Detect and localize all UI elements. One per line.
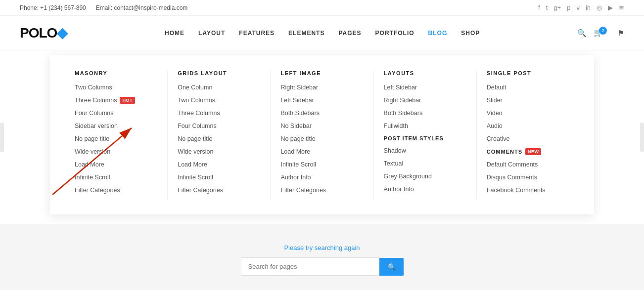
nav-features[interactable]: FEATURES bbox=[239, 30, 275, 37]
comments-default[interactable]: Default Comments bbox=[487, 161, 569, 168]
masonry-four-columns[interactable]: Four Columns bbox=[75, 110, 157, 117]
masonry-load-more[interactable]: Load More bbox=[75, 161, 157, 168]
logo[interactable]: POLO◆ bbox=[20, 25, 67, 41]
grids-two-columns[interactable]: Two Columns bbox=[178, 97, 260, 104]
youtube-icon[interactable]: ▶ bbox=[608, 4, 613, 11]
googleplus-icon[interactable]: g+ bbox=[553, 4, 561, 11]
hot-badge: HOT bbox=[120, 97, 135, 104]
single-creative[interactable]: Creative bbox=[487, 135, 569, 142]
layouts-textual[interactable]: Textual bbox=[384, 160, 466, 167]
grids-three-columns[interactable]: Three Columns bbox=[178, 110, 260, 117]
left-image-no-page-title[interactable]: No page title bbox=[280, 135, 363, 142]
masonry-filter-categories[interactable]: Filter Categories bbox=[75, 187, 157, 194]
masonry-two-columns[interactable]: Two Columns bbox=[75, 84, 157, 91]
new-badge: NEW bbox=[525, 148, 542, 155]
cart-badge: 2 bbox=[599, 27, 607, 35]
single-audio[interactable]: Audio bbox=[487, 123, 569, 129]
left-scrollbar bbox=[0, 123, 4, 152]
comments-disqus[interactable]: Disqus Comments bbox=[487, 174, 569, 181]
twitter-icon[interactable]: t bbox=[546, 4, 548, 11]
single-video[interactable]: Video bbox=[487, 110, 569, 117]
mega-col-single-post: SINGLE POST Default Slider Video Audio C… bbox=[477, 70, 579, 200]
mega-col-grids: GRIDS LAYOUT One Column Two Columns Thre… bbox=[168, 70, 271, 200]
nav-home[interactable]: HOME bbox=[165, 30, 184, 37]
email-label: Email: contact@inspiro-media.com bbox=[96, 4, 188, 11]
layouts-right-sidebar[interactable]: Right Sidebar bbox=[384, 97, 466, 104]
masonry-no-page-title[interactable]: No page title bbox=[75, 135, 157, 142]
topbar: Phone: +1 (234) 567-890 Email: contact@i… bbox=[0, 0, 644, 16]
layouts-both-sidebars[interactable]: Both Sidebars bbox=[384, 110, 466, 117]
layouts-grey-background[interactable]: Grey Background bbox=[384, 173, 466, 180]
single-post-header: SINGLE POST bbox=[487, 70, 569, 76]
rss-icon[interactable]: ≋ bbox=[619, 4, 624, 11]
mega-col-layouts: LAYOUTS Left Sidebar Right Sidebar Both … bbox=[374, 70, 477, 200]
layouts-left-sidebar[interactable]: Left Sidebar bbox=[384, 84, 466, 91]
search-icon[interactable]: 🔍 bbox=[577, 29, 587, 38]
mega-col-left-image: LEFT IMAGE Right Sidebar Left Sidebar Bo… bbox=[271, 70, 373, 200]
post-item-styles-subheader: POST ITEM STYLES bbox=[384, 135, 466, 141]
phone-label: Phone: +1 (234) 567-890 bbox=[20, 4, 86, 11]
mega-col-masonry: MASONRY Two Columns Three Columns HOT Fo… bbox=[65, 70, 168, 200]
mega-menu: MASONRY Two Columns Three Columns HOT Fo… bbox=[50, 55, 594, 214]
nav-portfolio[interactable]: PORTFOLIO bbox=[375, 30, 414, 37]
single-slider[interactable]: Slider bbox=[487, 97, 569, 104]
search-prompt: Please try searching again bbox=[0, 244, 644, 251]
social-icons: f t g+ p v in ◎ ▶ ≋ bbox=[538, 4, 624, 11]
grids-infinite-scroll[interactable]: Infinite Scroll bbox=[178, 174, 260, 181]
nav-elements[interactable]: ELEMENTS bbox=[288, 30, 324, 37]
cart-icon[interactable]: 🛒2 bbox=[594, 28, 611, 38]
nav-pages[interactable]: PAGES bbox=[338, 30, 361, 37]
right-scrollbar bbox=[640, 123, 644, 152]
left-image-author-info[interactable]: Author Info bbox=[280, 174, 363, 181]
grids-one-column[interactable]: One Column bbox=[178, 84, 260, 91]
grids-load-more[interactable]: Load More bbox=[178, 161, 260, 168]
left-image-both-sidebars[interactable]: Both Sidebars bbox=[280, 110, 363, 117]
left-image-no-sidebar[interactable]: No Sidebar bbox=[280, 123, 363, 129]
left-image-infinite-scroll[interactable]: Infinite Scroll bbox=[280, 161, 363, 168]
nav-blog[interactable]: BLOG bbox=[428, 30, 448, 37]
main-nav: HOME LAYOUT FEATURES ELEMENTS PAGES PORT… bbox=[165, 30, 480, 37]
header-icons: 🔍 🛒2 ⚑ bbox=[577, 28, 624, 38]
wishlist-icon[interactable]: ⚑ bbox=[618, 29, 624, 38]
linkedin-icon[interactable]: in bbox=[586, 4, 591, 11]
search-bar: 🔍 bbox=[0, 257, 644, 276]
grids-wide-version[interactable]: Wide version bbox=[178, 148, 260, 155]
layouts-author-info[interactable]: Author Info bbox=[384, 186, 466, 193]
grids-no-page-title[interactable]: No page title bbox=[178, 135, 260, 142]
left-image-filter-categories[interactable]: Filter Categories bbox=[280, 187, 363, 194]
bottom-section: Please try searching again 🔍 bbox=[0, 224, 644, 276]
left-image-load-more[interactable]: Load More bbox=[280, 148, 363, 155]
single-default[interactable]: Default bbox=[487, 84, 569, 91]
left-image-right-sidebar[interactable]: Right Sidebar bbox=[280, 84, 363, 91]
search-input[interactable] bbox=[241, 257, 379, 276]
grids-header: GRIDS LAYOUT bbox=[178, 70, 260, 76]
nav-layout[interactable]: LAYOUT bbox=[198, 30, 225, 37]
masonry-header: MASONRY bbox=[75, 70, 157, 76]
comments-subheader: COMMENTS bbox=[487, 149, 522, 155]
layouts-fullwidth[interactable]: Fullwidth bbox=[384, 123, 466, 129]
masonry-three-columns[interactable]: Three Columns HOT bbox=[75, 97, 157, 104]
comments-facebook[interactable]: Facebook Comments bbox=[487, 187, 569, 194]
header: POLO◆ HOME LAYOUT FEATURES ELEMENTS PAGE… bbox=[0, 16, 644, 50]
masonry-infinite-scroll[interactable]: Infinite Scroll bbox=[75, 174, 157, 181]
masonry-sidebar-version[interactable]: Sidebar version bbox=[75, 123, 157, 129]
vimeo-icon[interactable]: v bbox=[576, 4, 580, 11]
pinterest-icon[interactable]: p bbox=[567, 4, 570, 11]
search-button[interactable]: 🔍 bbox=[379, 258, 404, 276]
grids-filter-categories[interactable]: Filter Categories bbox=[178, 187, 260, 194]
left-image-header: LEFT IMAGE bbox=[280, 70, 363, 76]
left-image-left-sidebar[interactable]: Left Sidebar bbox=[280, 97, 363, 104]
grids-four-columns[interactable]: Four Columns bbox=[178, 123, 260, 129]
facebook-icon[interactable]: f bbox=[538, 4, 540, 11]
layouts-header: LAYOUTS bbox=[384, 70, 466, 76]
contact-info: Phone: +1 (234) 567-890 Email: contact@i… bbox=[20, 4, 187, 11]
nav-shop[interactable]: SHOP bbox=[461, 30, 480, 37]
layouts-shadow[interactable]: Shadow bbox=[384, 147, 466, 154]
dribbble-icon[interactable]: ◎ bbox=[597, 4, 602, 11]
masonry-wide-version[interactable]: Wide version bbox=[75, 148, 157, 155]
